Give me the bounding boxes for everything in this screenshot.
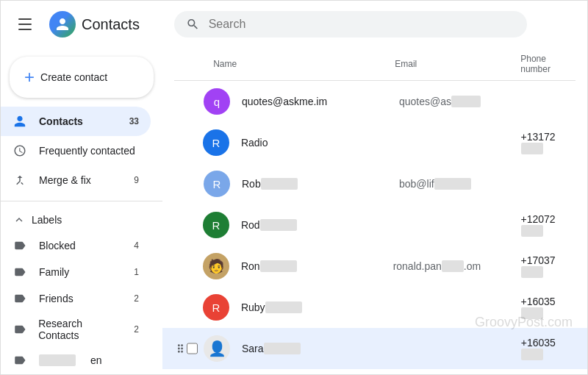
label-blocked-badge: 4 — [134, 240, 139, 251]
contacts-nav-label: Contacts — [39, 115, 83, 127]
drag-icon — [174, 342, 187, 355]
table-row[interactable]: 🧑 Ron ronald.pan .om +17037 — [162, 246, 587, 287]
contact-name: quotes@askme.im — [242, 96, 399, 107]
label-friends-badge: 2 — [134, 293, 139, 304]
table-row[interactable]: R Ruby +16035 — [162, 287, 587, 328]
list-header: Name Email Phone number — [174, 48, 576, 81]
label-item-blurred[interactable]: en — [1, 347, 151, 374]
label-item-research[interactable]: Research Contacts 2 — [1, 312, 151, 347]
search-icon — [186, 17, 200, 32]
search-input[interactable] — [209, 18, 515, 31]
column-name: Name — [213, 59, 395, 69]
column-phone: Phone number — [520, 54, 576, 74]
contact-phone: +17037 — [521, 254, 576, 278]
label-item-blocked[interactable]: Blocked 4 — [1, 232, 151, 259]
sidebar-item-contacts[interactable]: Contacts 33 — [1, 107, 151, 136]
table-row[interactable]: R Rob bob@lif — [162, 163, 587, 204]
label-icon-blocked — [12, 238, 27, 253]
avatar: 🧑 — [203, 253, 229, 279]
label-research-badge: 2 — [134, 324, 139, 335]
table-row[interactable]: R Radio +13172 — [162, 122, 587, 163]
sidebar-item-frequently[interactable]: Frequently contacted — [1, 136, 151, 165]
contact-list: Name Email Phone number q quotes@askme.i… — [162, 48, 587, 374]
labels-header[interactable]: Labels — [1, 207, 162, 232]
create-label-button[interactable]: Create label — [1, 374, 162, 374]
merge-nav-label: Merge & fix — [39, 174, 91, 186]
label-research-text: Research Contacts — [38, 318, 122, 341]
column-email: Email — [395, 59, 520, 69]
contact-name: Ruby — [241, 301, 393, 313]
frequently-nav-label: Frequently contacted — [39, 145, 135, 157]
contacts-badge: 33 — [129, 116, 139, 126]
create-contact-label: Create contact — [40, 71, 107, 83]
label-blurred-text — [39, 354, 76, 366]
search-bar[interactable] — [174, 11, 527, 38]
contact-phone: +13172 — [521, 131, 576, 154]
contact-phone: +16035 — [521, 296, 576, 319]
avatar: R — [203, 129, 229, 156]
label-blocked-text: Blocked — [39, 240, 76, 251]
label-friends-text: Friends — [39, 293, 74, 304]
label-item-family[interactable]: Family 1 — [1, 259, 151, 285]
avatar: q — [204, 88, 230, 115]
avatar: R — [203, 294, 229, 321]
label-icon-blurred — [12, 353, 27, 368]
person-icon — [12, 114, 27, 129]
label-blurred-suffix: en — [90, 354, 102, 366]
sidebar: + Create contact Contacts 33 Frequently … — [1, 48, 162, 374]
table-row[interactable]: 👤 Sara +16035 — [162, 328, 587, 369]
contact-name: Radio — [241, 137, 393, 149]
sidebar-item-merge[interactable]: Merge & fix 9 — [1, 165, 151, 195]
row-select-checkbox[interactable] — [187, 343, 198, 354]
avatar: 👤 — [204, 335, 230, 362]
label-icon-friends — [12, 291, 27, 306]
contact-phone: +16035 — [521, 337, 576, 360]
merge-badge: 9 — [134, 175, 139, 185]
create-contact-button[interactable]: + Create contact — [10, 57, 154, 98]
contact-name: Sara — [242, 343, 393, 354]
clock-icon — [12, 143, 27, 158]
label-family-text: Family — [39, 266, 69, 278]
label-icon-research — [12, 322, 26, 337]
avatar: R — [203, 212, 229, 238]
app-title: Contacts — [82, 16, 140, 33]
hamburger-button[interactable] — [12, 12, 37, 36]
create-plus-icon: + — [24, 68, 35, 86]
app-logo — [49, 11, 76, 38]
label-icon-family — [12, 265, 27, 279]
contact-phone: +12072 — [521, 213, 576, 237]
contact-email: ronald.pan .om — [393, 260, 521, 272]
contact-email: quotes@as — [399, 96, 531, 107]
contact-email: bob@lif — [399, 178, 531, 190]
table-row[interactable]: q quotes@askme.im quotes@as — [162, 81, 587, 122]
labels-section-title: Labels — [32, 214, 62, 226]
label-family-badge: 1 — [134, 267, 139, 277]
contact-name: Rod — [241, 219, 393, 231]
table-row[interactable]: S Scot +14237 — [162, 369, 587, 374]
contact-name: Ron — [241, 260, 393, 272]
merge-icon — [12, 173, 27, 188]
chevron-up-icon — [12, 213, 26, 226]
row-checkbox-area[interactable] — [174, 342, 198, 355]
table-row[interactable]: R Rod +12072 — [162, 204, 587, 246]
avatar: R — [204, 171, 230, 197]
contact-name: Rob — [242, 178, 399, 190]
label-item-friends[interactable]: Friends 2 — [1, 285, 151, 312]
